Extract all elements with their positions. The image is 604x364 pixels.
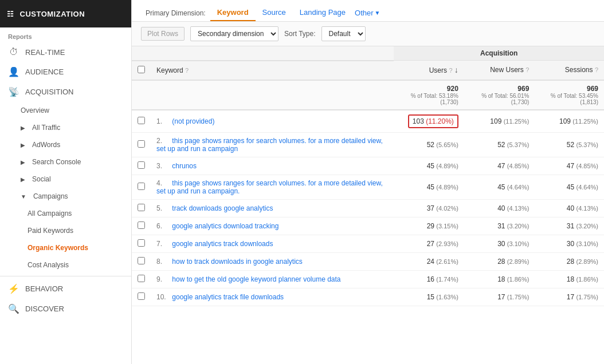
- row-checkbox[interactable]: [138, 275, 145, 282]
- row-new-users: 18 (1.86%): [464, 270, 535, 288]
- table-row: 4. this page shows ranges for search vol…: [132, 175, 604, 199]
- sidebar-item-label: Overview: [21, 106, 49, 114]
- row-checkbox-cell[interactable]: [132, 235, 151, 252]
- row-number: 2.: [156, 137, 170, 145]
- sidebar-item-all-campaigns[interactable]: All Campaigns: [0, 205, 131, 222]
- sidebar-item-cost-analysis[interactable]: Cost Analysis: [0, 256, 131, 274]
- tab-keyword[interactable]: Keyword: [210, 5, 256, 21]
- check-all-header: [132, 61, 151, 80]
- row-users: 15 (1.63%): [394, 288, 464, 306]
- new-users-col-header[interactable]: New Users ?: [464, 61, 535, 80]
- keyword-link[interactable]: chrunos: [172, 162, 197, 170]
- plot-rows-button: Plot Rows: [141, 27, 185, 41]
- summary-new-users: 969 % of Total: 56.01% (1,730): [464, 80, 535, 110]
- row-checkbox[interactable]: [138, 221, 145, 229]
- row-checkbox[interactable]: [138, 183, 145, 190]
- help-icon[interactable]: ?: [185, 67, 189, 74]
- sidebar-item-audience[interactable]: 👤 AUDIENCE: [0, 62, 131, 82]
- row-checkbox-cell[interactable]: [132, 288, 151, 306]
- menu-icon: ☷: [7, 10, 14, 18]
- chevron-right-icon: ▶: [21, 125, 25, 131]
- sidebar-item-label: All Traffic: [32, 124, 60, 132]
- row-checkbox[interactable]: [138, 161, 145, 169]
- sidebar-item-acquisition[interactable]: 📡 ACQUISITION: [0, 82, 131, 102]
- row-checkbox[interactable]: [138, 239, 145, 247]
- row-number: 5.: [156, 204, 170, 212]
- row-number: 9.: [156, 275, 170, 283]
- chevron-down-icon: ▼: [21, 193, 26, 200]
- sidebar-item-organic-keywords[interactable]: Organic Keywords: [0, 239, 131, 256]
- row-new-users: 109 (11.25%): [464, 110, 535, 133]
- clock-icon: ⏱: [8, 47, 19, 57]
- row-sessions: 30 (3.10%): [535, 235, 604, 252]
- sidebar-item-label: Social: [32, 175, 51, 183]
- users-col-header[interactable]: Users ? ↓: [394, 61, 464, 80]
- new-users-help-icon[interactable]: ?: [525, 66, 529, 73]
- table-row: 6. google analytics download tracking 29…: [132, 217, 604, 235]
- tab-source[interactable]: Source: [256, 5, 293, 21]
- row-checkbox-cell[interactable]: [132, 217, 151, 235]
- summary-row: 920 % of Total: 53.18% (1,730) 969 % of …: [132, 80, 604, 110]
- sidebar-item-campaigns[interactable]: ▼ Campaigns: [0, 188, 131, 205]
- keyword-link[interactable]: this page shows ranges for search volume…: [156, 179, 383, 195]
- row-users: 16 (1.74%): [394, 270, 464, 288]
- sidebar-item-social[interactable]: ▶ Social: [0, 171, 131, 188]
- tab-other-dropdown[interactable]: Other ▼: [352, 5, 382, 21]
- sidebar-item-overview[interactable]: Overview: [0, 102, 131, 119]
- row-number: 10.: [156, 293, 170, 301]
- row-sessions: 45 (4.64%): [535, 175, 604, 199]
- summary-keyword: [151, 80, 394, 110]
- row-keyword: 10. google analytics track file download…: [151, 288, 394, 306]
- keyword-link[interactable]: google analytics track downloads: [172, 240, 273, 248]
- chevron-right-icon: ▶: [21, 176, 25, 183]
- sort-arrow-icon[interactable]: ↓: [454, 65, 458, 74]
- row-checkbox[interactable]: [138, 117, 145, 124]
- keyword-link[interactable]: this page shows ranges for search volume…: [156, 137, 383, 153]
- sidebar-item-adwords[interactable]: ▶ AdWords: [0, 136, 131, 153]
- summary-check: [132, 80, 151, 110]
- sessions-col-header[interactable]: Sessions ?: [535, 61, 604, 80]
- keyword-link[interactable]: google analytics download tracking: [172, 222, 279, 230]
- keyword-link[interactable]: how to get the old google keyword planne…: [172, 275, 340, 283]
- keyword-link[interactable]: how to track downloads in google analyti…: [172, 258, 302, 266]
- sessions-help-icon[interactable]: ?: [595, 66, 598, 73]
- row-checkbox-cell[interactable]: [132, 199, 151, 217]
- row-users: 45 (4.89%): [394, 157, 464, 175]
- row-keyword: 2. this page shows ranges for search vol…: [151, 132, 394, 157]
- row-checkbox[interactable]: [138, 257, 145, 264]
- row-checkbox[interactable]: [138, 204, 145, 211]
- sidebar-item-behavior[interactable]: ⚡ BEHAVIOR: [0, 279, 131, 299]
- row-checkbox-cell[interactable]: [132, 132, 151, 157]
- row-checkbox[interactable]: [138, 292, 145, 300]
- tab-landing-page[interactable]: Landing Page: [293, 5, 352, 21]
- row-users: 45 (4.89%): [394, 175, 464, 199]
- main-content: Primary Dimension: Keyword Source Landin…: [132, 0, 604, 364]
- keyword-link[interactable]: google analytics track file downloads: [172, 293, 284, 301]
- users-help-icon[interactable]: ?: [449, 67, 452, 74]
- chevron-right-icon: ▶: [21, 159, 25, 165]
- sidebar-item-discover[interactable]: 🔍 DISCOVER: [0, 299, 131, 319]
- sidebar-item-label: Paid Keywords: [28, 227, 73, 235]
- row-checkbox-cell[interactable]: [132, 270, 151, 288]
- row-checkbox-cell[interactable]: [132, 175, 151, 199]
- highlighted-users-value: 103 (11.20%): [408, 114, 458, 128]
- keyword-link[interactable]: (not provided): [172, 117, 214, 125]
- chevron-down-icon: ▼: [375, 10, 381, 16]
- row-checkbox-cell[interactable]: [132, 110, 151, 133]
- secondary-dimension-select[interactable]: Secondary dimension: [190, 26, 279, 41]
- sidebar-item-label: Search Console: [32, 158, 81, 166]
- sort-type-select[interactable]: Default: [321, 26, 366, 41]
- row-checkbox-cell[interactable]: [132, 252, 151, 270]
- sidebar-item-paid-keywords[interactable]: Paid Keywords: [0, 222, 131, 239]
- row-checkbox[interactable]: [138, 140, 145, 148]
- sidebar-item-all-traffic[interactable]: ▶ All Traffic: [0, 119, 131, 136]
- divider: [0, 276, 131, 276]
- check-all-checkbox[interactable]: [138, 66, 145, 73]
- row-number: 3.: [156, 162, 170, 170]
- acquisition-group-header: Acquisition: [394, 46, 604, 61]
- row-sessions: 31 (3.20%): [535, 217, 604, 235]
- row-checkbox-cell[interactable]: [132, 157, 151, 175]
- keyword-link[interactable]: track downloads google analytics: [172, 204, 273, 212]
- sidebar-item-real-time[interactable]: ⏱ REAL-TIME: [0, 42, 131, 62]
- sidebar-item-search-console[interactable]: ▶ Search Console: [0, 153, 131, 171]
